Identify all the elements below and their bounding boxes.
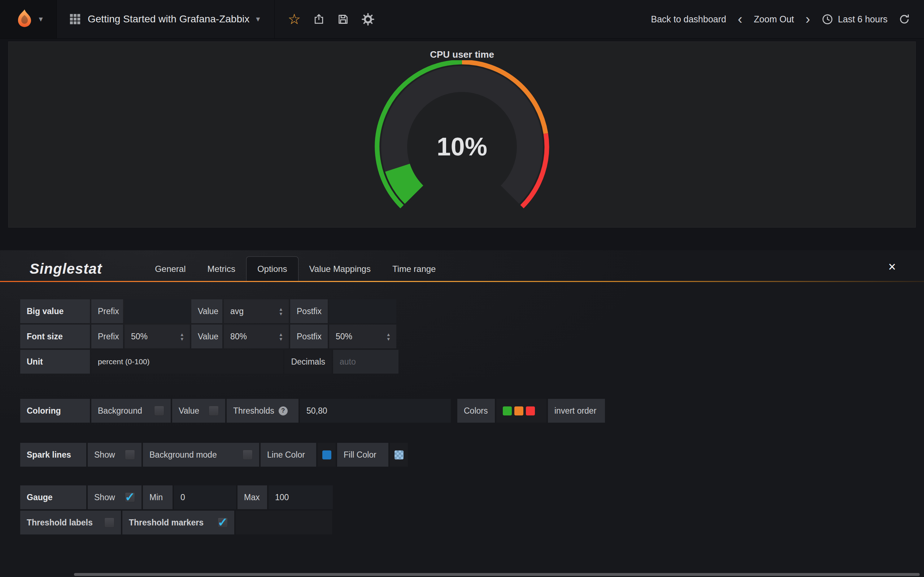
font-size-prefix-selected: 50% xyxy=(131,332,148,342)
editor-header: Singlestat General Metrics Options Value… xyxy=(0,250,924,282)
gauge-value-text: 10% xyxy=(437,133,487,161)
coloring-row: Coloring Background Value Thresholds ? C… xyxy=(20,399,924,423)
spark-background-mode-checkbox[interactable] xyxy=(242,450,253,460)
stepper-icon: ▴▾ xyxy=(279,306,282,316)
horizontal-scrollbar[interactable] xyxy=(74,573,920,576)
fill-color-swatch[interactable] xyxy=(394,450,404,459)
star-dashboard-button[interactable]: ☆ xyxy=(288,12,300,26)
coloring-background-label: Background xyxy=(98,406,142,416)
unit-value-select[interactable]: percent (0-100) xyxy=(91,350,283,374)
line-color-label: Line Color xyxy=(261,443,316,467)
threshold-markers-toggle[interactable]: Threshold markers ✓ xyxy=(122,511,234,534)
gauge-min-label: Min xyxy=(143,485,173,509)
fill-color-cell xyxy=(390,443,408,467)
colors-label: Colors xyxy=(457,399,495,423)
orange-color-swatch[interactable] xyxy=(514,406,523,416)
spark-show-toggle[interactable]: Show xyxy=(88,443,142,467)
coloring-value-toggle[interactable]: Value xyxy=(172,399,225,423)
red-color-swatch[interactable] xyxy=(526,406,535,416)
dashboard-grid-icon xyxy=(69,13,81,25)
time-shift-back-chevron-icon[interactable]: ‹ xyxy=(737,12,743,26)
navbar-actions: ☆ xyxy=(277,0,386,38)
grafana-menu-button[interactable]: ▾ xyxy=(0,0,57,38)
tab-general[interactable]: General xyxy=(144,264,196,282)
spark-lines-label: Spark lines xyxy=(20,443,86,467)
thresholds-input[interactable] xyxy=(300,399,451,423)
coloring-label: Coloring xyxy=(20,399,90,423)
threshold-labels-checkbox[interactable] xyxy=(104,517,115,528)
editor-tabs: General Metrics Options Value Mappings T… xyxy=(144,250,446,282)
gauge-show-label: Show xyxy=(94,493,115,502)
line-color-swatch[interactable] xyxy=(322,450,331,459)
threshold-labels-toggle[interactable]: Threshold labels xyxy=(20,511,121,534)
gauge-svg: 10% xyxy=(368,60,556,219)
save-icon[interactable] xyxy=(337,13,349,25)
dashboard-picker[interactable]: Getting Started with Grafana-Zabbix ▾ xyxy=(57,0,272,38)
refresh-icon[interactable] xyxy=(898,13,910,25)
font-size-value-selected: 80% xyxy=(230,332,247,342)
gauge-max-input[interactable] xyxy=(268,485,333,509)
spark-show-checkbox[interactable] xyxy=(125,450,135,460)
tab-value-mappings[interactable]: Value Mappings xyxy=(299,264,381,282)
accent-line xyxy=(0,281,924,282)
thresholds-label: Thresholds ? xyxy=(227,399,299,423)
dashboard-title: Getting Started with Grafana-Zabbix xyxy=(88,13,249,25)
navbar-divider xyxy=(274,0,275,38)
time-range-label: Last 6 hours xyxy=(838,14,888,24)
font-size-value-select[interactable]: 80% ▴▾ xyxy=(224,324,289,348)
zoom-out-button[interactable]: Zoom Out xyxy=(754,14,794,24)
big-value-prefix-label: Prefix xyxy=(91,299,123,323)
share-icon[interactable] xyxy=(313,13,325,25)
grafana-menu-caret-icon: ▾ xyxy=(39,15,43,23)
unit-row: Unit percent (0-100) Decimals xyxy=(20,350,924,374)
unit-value: percent (0-100) xyxy=(98,357,150,366)
coloring-value-checkbox[interactable] xyxy=(208,406,219,416)
settings-gear-icon[interactable] xyxy=(361,13,375,26)
tab-metrics[interactable]: Metrics xyxy=(197,264,246,282)
coloring-background-toggle[interactable]: Background xyxy=(91,399,171,423)
empty-cell xyxy=(236,511,332,534)
tab-options[interactable]: Options xyxy=(246,256,299,282)
big-value-stat-select[interactable]: avg ▴▾ xyxy=(224,299,289,323)
decimals-input[interactable] xyxy=(333,350,399,374)
big-value-label: Big value xyxy=(20,299,90,323)
spark-lines-row: Spark lines Show Background mode Line Co… xyxy=(20,443,924,467)
gauge-value-arc xyxy=(397,168,414,195)
threshold-markers-checkbox[interactable]: ✓ xyxy=(218,517,228,528)
threshold-options-row: Threshold labels Threshold markers ✓ xyxy=(20,511,924,534)
coloring-value-label: Value xyxy=(179,406,199,416)
gauge-show-toggle[interactable]: Show ✓ xyxy=(88,485,142,509)
big-value-postfix-input[interactable] xyxy=(329,299,396,323)
time-shift-forward-chevron-icon[interactable]: › xyxy=(805,12,811,26)
font-size-postfix-label: Postfix xyxy=(290,324,328,348)
spark-background-mode-toggle[interactable]: Background mode xyxy=(143,443,259,467)
panel-cpu-user-time: CPU user time 10% xyxy=(8,42,916,227)
help-icon[interactable]: ? xyxy=(279,406,288,416)
font-size-postfix-select[interactable]: 50% ▴▾ xyxy=(329,324,396,348)
font-size-prefix-label: Prefix xyxy=(91,324,123,348)
panel-title[interactable]: CPU user time xyxy=(9,42,915,60)
green-color-swatch[interactable] xyxy=(503,406,512,416)
gauge-row: Gauge Show ✓ Min Max xyxy=(20,485,924,509)
panel-editor: Singlestat General Metrics Options Value… xyxy=(0,250,924,577)
gauge-label: Gauge xyxy=(20,485,86,509)
font-size-row: Font size Prefix 50% ▴▾ Value 80% ▴▾ Pos… xyxy=(20,324,924,348)
gauge-show-checkbox[interactable]: ✓ xyxy=(125,492,135,502)
big-value-value-label: Value xyxy=(191,299,222,323)
gauge-chart: 10% xyxy=(9,60,915,219)
back-to-dashboard-button[interactable]: Back to dashboard xyxy=(651,14,726,24)
tab-time-range[interactable]: Time range xyxy=(381,264,447,282)
font-size-postfix-selected: 50% xyxy=(336,332,352,342)
big-value-prefix-input[interactable] xyxy=(124,299,190,323)
coloring-background-checkbox[interactable] xyxy=(154,406,164,416)
font-size-value-label: Value xyxy=(191,324,222,348)
threshold-markers-label: Threshold markers xyxy=(129,518,204,528)
font-size-prefix-select[interactable]: 50% ▴▾ xyxy=(124,324,190,348)
close-editor-icon[interactable]: × xyxy=(888,260,896,273)
invert-order-button[interactable]: invert order xyxy=(548,399,605,423)
gauge-min-input[interactable] xyxy=(174,485,236,509)
font-size-label: Font size xyxy=(20,324,90,348)
time-picker-button[interactable]: Last 6 hours xyxy=(822,13,888,25)
decimals-label: Decimals xyxy=(284,350,332,374)
panel-type-title: Singlestat xyxy=(30,261,102,277)
